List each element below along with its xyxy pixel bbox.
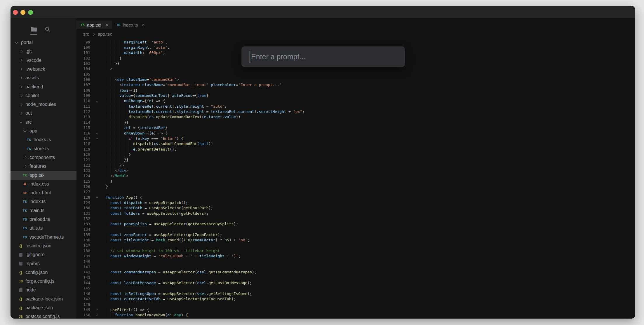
fold-chevron-icon[interactable] [90,197,106,198]
tree-item-.gitignore[interactable]: .gitignore [11,250,76,259]
code-line-150[interactable]: 150 function handleKeyDown(e: any) { [76,312,635,318]
tab-app.tsx[interactable]: TXapp.tsx× [76,20,112,29]
tree-item-copilot[interactable]: copilot [11,91,76,100]
chevron-right-icon[interactable] [18,112,24,114]
tree-item-assets[interactable]: assets [11,74,76,82]
code-line-127[interactable]: 127 [76,189,635,195]
tree-item-out[interactable]: out [11,109,76,118]
chevron-down-icon[interactable] [18,122,24,123]
code-line-110[interactable]: 110 onChange={(e) => { [76,98,635,104]
close-tab-icon[interactable]: × [142,22,145,27]
code-line-149[interactable]: 149 useEffect(() => { [76,307,635,312]
zoom-window-button[interactable] [28,10,33,15]
code-line-107[interactable]: 107 <textarea className='commandBar__inp… [76,82,635,88]
search-icon[interactable] [43,25,53,34]
minimize-window-button[interactable] [20,10,25,15]
tree-item-package-lock.json[interactable]: {}package-lock.json [11,295,76,303]
code-line-123[interactable]: 123 </div> [76,168,635,173]
code-line-117[interactable]: 117 if (e.key === 'Enter') { [76,136,635,141]
tree-item-.vscode[interactable]: .vscode [11,56,76,65]
code-line-124[interactable]: 124 </Modal> [76,173,635,179]
tree-item-vscodeTheme.ts[interactable]: TSvscodeTheme.ts [11,233,76,242]
chevron-right-icon[interactable] [18,86,24,88]
code-line-106[interactable]: 106 <div className='commandBar'> [76,77,635,82]
code-line-120[interactable]: 120 } [76,152,635,157]
tree-item-app[interactable]: app [11,127,76,135]
code-line-138[interactable]: 138 // set window height to 100 vh - tit… [76,248,635,253]
code-line-115[interactable]: 115 ref = {textareaRef} [76,125,635,130]
code-line-105[interactable]: 105 [76,71,635,77]
tree-item-node[interactable]: node [11,286,76,294]
chevron-down-icon[interactable] [22,130,28,132]
code-line-141[interactable]: 141 [76,264,635,269]
tree-item-config.json[interactable]: {}config.json [11,268,76,277]
code-line-118[interactable]: 118 dispatch(cs.submitCommandBar(null)) [76,141,635,146]
code-line-116[interactable]: 116 onKeyDown={(e) => { [76,130,635,136]
tree-item-main.ts[interactable]: TSmain.ts [11,206,76,215]
code-line-121[interactable]: 121 }} [76,157,635,163]
code-line-147[interactable]: 147 const currentActiveTab = useAppSelec… [76,296,635,302]
chevron-right-icon[interactable] [18,59,24,61]
tree-item-.webpack[interactable]: .webpack [11,65,76,74]
tree-item-preload.ts[interactable]: TSpreload.ts [11,215,76,224]
code-line-109[interactable]: 109 value={commandBarText} autoFocus={tr… [76,93,635,98]
tree-item-index.css[interactable]: #index.css [11,180,76,188]
fold-chevron-icon[interactable] [90,138,106,139]
tree-item-.npmrc[interactable]: .npmrc [11,259,76,268]
code-line-99[interactable]: 99 marginLeft: 'auto', [76,39,635,45]
code-line-135[interactable]: 135 const zoomFactor = useAppSelector(ge… [76,232,635,237]
close-tab-icon[interactable]: × [105,22,108,27]
fold-chevron-icon[interactable] [90,133,106,134]
tree-item-postcss.config.js[interactable]: JSpostcss.config.js [11,312,76,319]
chevron-down-icon[interactable] [13,42,19,43]
code-line-143[interactable]: 143 [76,275,635,280]
tree-item-index.ts[interactable]: TSindex.ts [11,197,76,206]
code-line-129[interactable]: 129 const dispatch = useAppDispatch(); [76,200,635,205]
code-line-113[interactable]: 113 dispatch(cs.updateCommandBarText(e.t… [76,114,635,120]
tree-item-portal[interactable]: portal [11,38,76,47]
code-line-122[interactable]: 122 /> [76,163,635,168]
code-line-145[interactable]: 145 [76,286,635,291]
code-line-144[interactable]: 144 const lastBotMessage = useAppSelecto… [76,280,635,285]
tree-item-forge.config.js[interactable]: JSforge.config.js [11,277,76,286]
fold-chevron-icon[interactable] [90,309,106,310]
tree-item-features[interactable]: features [11,162,76,171]
tree-item-backend[interactable]: backend [11,83,76,91]
code-line-125[interactable]: 125 ) [76,179,635,184]
fold-chevron-icon[interactable] [90,314,106,315]
chevron-right-icon[interactable] [18,77,24,79]
tree-item-hooks.ts[interactable]: TShooks.ts [11,135,76,144]
breadcrumb-item-file[interactable]: app.tsx [98,32,112,36]
code-editor[interactable]: 99 marginLeft: 'auto',100 marginRight: '… [76,39,635,319]
code-line-126[interactable]: 126} [76,184,635,189]
code-line-151[interactable]: 151 if (e.key === 'b' && (e.metaKey || e… [76,318,635,319]
code-line-111[interactable]: 111 textareaRef.current!.style.height = … [76,104,635,109]
chevron-right-icon[interactable] [22,156,28,158]
code-line-140[interactable]: 140 [76,259,635,264]
code-line-119[interactable]: 119 e.preventDefault(); [76,146,635,152]
code-line-131[interactable]: 131 const folders = useAppSelector(getFo… [76,211,635,216]
code-line-112[interactable]: 112 textareaRef.current!.style.height = … [76,109,635,114]
fold-chevron-icon[interactable] [90,101,106,102]
tree-item-utils.ts[interactable]: TSutils.ts [11,224,76,233]
code-line-146[interactable]: 146 const isSettingsOpen = useAppSelecto… [76,291,635,296]
code-line-139[interactable]: 139 const windowHeight = 'calc(100vh - '… [76,254,635,259]
code-line-142[interactable]: 142 const commandBarOpen = useAppSelecto… [76,270,635,275]
tree-item-.eslintrc.json[interactable]: {}.eslintrc.json [11,242,76,250]
code-line-128[interactable]: 128function App() { [76,195,635,200]
chevron-right-icon[interactable] [18,50,24,53]
explorer-folder-icon[interactable] [29,25,39,34]
chevron-right-icon[interactable] [18,68,24,70]
tree-item-components[interactable]: components [11,153,76,162]
code-line-132[interactable]: 132 [76,216,635,221]
code-line-134[interactable]: 134 [76,227,635,232]
chevron-right-icon[interactable] [18,95,24,97]
code-line-133[interactable]: 133 const paneSplits = useAppSelector(ge… [76,221,635,227]
code-line-148[interactable]: 148 [76,302,635,307]
close-window-button[interactable] [13,10,18,15]
chevron-right-icon[interactable] [22,165,28,167]
tree-item-package.json[interactable]: {}package.json [11,303,76,312]
breadcrumb-item-src[interactable]: src [83,32,89,36]
chevron-right-icon[interactable] [18,104,24,106]
code-line-108[interactable]: 108 rows={1} [76,88,635,93]
